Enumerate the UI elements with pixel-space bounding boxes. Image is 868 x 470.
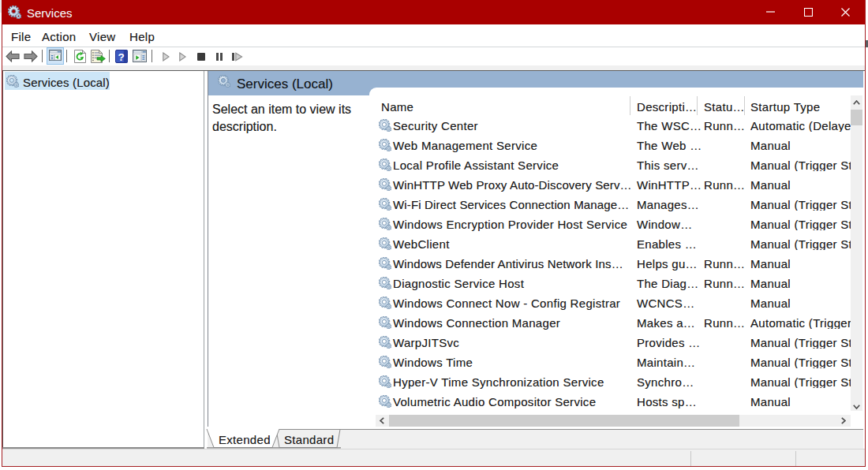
- svg-text:?: ?: [118, 51, 124, 63]
